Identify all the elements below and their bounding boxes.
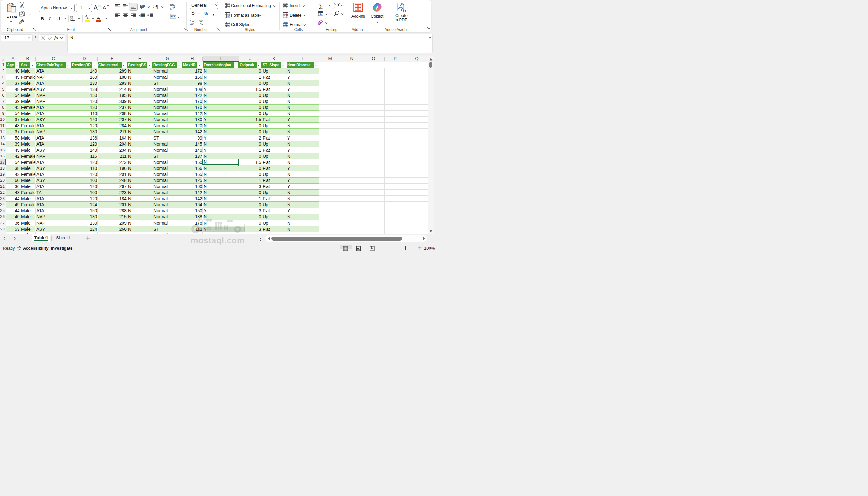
svg-text:Z: Z: [334, 5, 335, 8]
svg-text:c: c: [170, 6, 172, 10]
svg-text:.00: .00: [190, 22, 194, 25]
svg-text:.0: .0: [201, 22, 203, 25]
